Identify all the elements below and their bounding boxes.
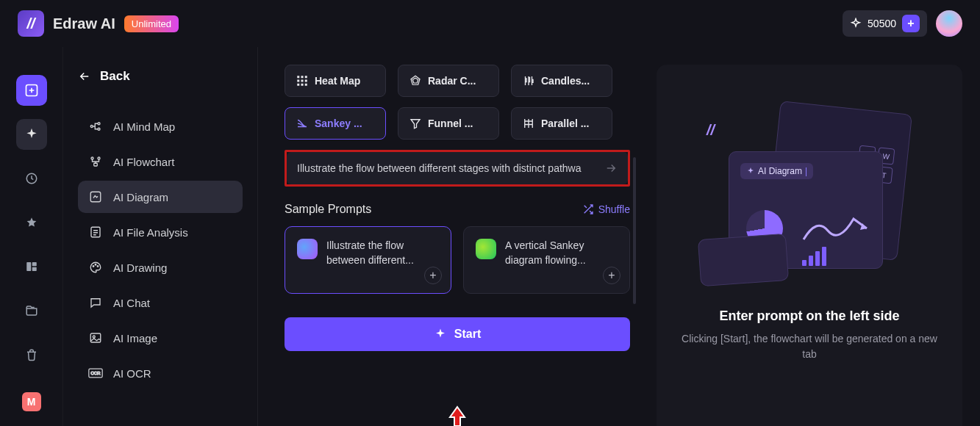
illustration: // SWOT AI Diagram| [699, 93, 920, 291]
chip-funnel[interactable]: Funnel ... [398, 107, 499, 140]
prompt-value: Illustrate the flow between different st… [297, 162, 582, 174]
right-panel: // SWOT AI Diagram| Enter prompt on the … [657, 47, 980, 426]
svg-point-13 [93, 266, 94, 267]
sidebar-item-image[interactable]: AI Image [78, 322, 243, 354]
icon-rail: M [0, 47, 63, 426]
svg-point-14 [95, 264, 96, 266]
rail-m-badge[interactable]: M [22, 392, 41, 411]
svg-rect-22 [305, 76, 307, 78]
rail-templates-button[interactable] [16, 251, 47, 282]
card-text: Illustrate the flow between different... [326, 239, 439, 267]
start-button[interactable]: Start [285, 317, 630, 351]
sample-card[interactable]: Illustrate the flow between different...… [285, 226, 451, 294]
sankey-icon [296, 117, 309, 130]
rail-trash-button[interactable] [16, 339, 47, 370]
sidebar-item-label: AI Drawing [113, 261, 167, 274]
chip-parallel[interactable]: Parallel ... [511, 107, 612, 140]
sidebar-item-diagram[interactable]: AI Diagram [78, 181, 243, 213]
chip-heatmap[interactable]: Heat Map [285, 65, 386, 97]
plus-square-icon [24, 83, 39, 98]
card-text: A vertical Sankey diagram flowing... [505, 239, 618, 267]
svg-rect-24 [301, 80, 304, 82]
chip-candlestick[interactable]: Candles... [511, 65, 612, 97]
chip-label: Heat Map [315, 75, 360, 87]
prompt-input[interactable]: Illustrate the flow between different st… [287, 152, 628, 184]
sidebar-item-fileanalysis[interactable]: AI File Analysis [78, 216, 243, 248]
sample-prompts-title: Sample Prompts [285, 203, 371, 216]
svg-rect-20 [297, 76, 299, 78]
start-label: Start [454, 328, 481, 341]
mindmap-icon [88, 119, 103, 134]
svg-rect-27 [301, 84, 304, 86]
shapes-icon [25, 260, 38, 273]
shuffle-icon [582, 203, 594, 215]
card-add-button[interactable]: + [424, 267, 442, 284]
card-icon [297, 239, 318, 259]
right-title: Enter prompt on the left side [719, 308, 899, 324]
svg-rect-23 [297, 80, 299, 82]
sidebar-item-label: AI Chat [113, 297, 150, 309]
sidebar-item-ocr[interactable]: OCR AI OCR [78, 357, 243, 389]
svg-rect-10 [94, 163, 98, 166]
clock-icon [25, 172, 38, 185]
svg-rect-25 [305, 80, 307, 82]
svg-rect-28 [305, 84, 307, 86]
svg-rect-21 [301, 76, 304, 78]
arrow-left-icon [78, 70, 91, 83]
sidebar-item-mindmap[interactable]: AI Mind Map [78, 110, 243, 142]
sample-card[interactable]: A vertical Sankey diagram flowing... + [463, 226, 630, 294]
sparkle-icon [850, 18, 862, 29]
candlestick-icon [522, 74, 535, 87]
svg-point-8 [91, 157, 93, 159]
sidebar-item-label: AI Diagram [113, 191, 168, 203]
avatar[interactable] [936, 10, 962, 37]
credits-value: 50500 [868, 18, 896, 29]
star-icon [25, 216, 38, 229]
svg-rect-16 [90, 333, 101, 342]
heatmap-icon [296, 74, 309, 87]
add-credits-button[interactable]: + [902, 15, 920, 32]
rail-favorites-button[interactable] [16, 207, 47, 238]
palette-icon [88, 260, 103, 275]
chip-label: Candles... [541, 75, 590, 87]
sidebar-panel: Back AI Mind Map AI Flowchart AI Diagram… [63, 47, 258, 426]
rail-new-button[interactable] [16, 75, 47, 106]
sparkle-icon [24, 127, 39, 142]
credits-pill[interactable]: 50500 + [843, 10, 927, 37]
svg-rect-12 [91, 227, 100, 237]
svg-rect-3 [32, 262, 36, 266]
scrollbar[interactable] [633, 157, 636, 304]
shuffle-button[interactable]: Shuffle [582, 203, 630, 215]
card-add-button[interactable]: + [603, 267, 620, 284]
rail-recent-button[interactable] [16, 163, 47, 194]
svg-point-17 [93, 336, 95, 338]
sidebar-item-label: AI OCR [113, 367, 151, 380]
flowchart-icon [88, 154, 103, 169]
radar-icon [409, 74, 422, 87]
diagram-icon [88, 189, 103, 204]
chip-label: Parallel ... [541, 118, 589, 129]
sidebar-item-drawing[interactable]: AI Drawing [78, 251, 243, 284]
svg-rect-2 [26, 262, 31, 271]
chip-label: Sankey ... [315, 118, 362, 129]
sidebar-item-label: AI Mind Map [113, 120, 175, 133]
logo-icon: // [18, 10, 44, 37]
parallel-icon [522, 117, 535, 130]
rail-folder-button[interactable] [16, 295, 47, 326]
sidebar-item-chat[interactable]: AI Chat [78, 286, 243, 319]
prompt-highlight-annotation: Illustrate the flow between different st… [285, 150, 630, 187]
rail-ai-button[interactable] [16, 119, 47, 150]
image-icon [88, 331, 103, 345]
chip-sankey[interactable]: Sankey ... [285, 107, 386, 140]
chip-label: Radar C... [428, 75, 476, 87]
chip-label: Funnel ... [428, 118, 473, 129]
sidebar-item-flowchart[interactable]: AI Flowchart [78, 145, 243, 178]
brand-name: Edraw AI [53, 15, 115, 32]
back-button[interactable]: Back [78, 69, 243, 84]
chip-radar[interactable]: Radar C... [398, 65, 499, 97]
svg-point-7 [98, 128, 100, 130]
top-header: // Edraw AI Unlimited 50500 + [0, 0, 980, 47]
trash-icon [25, 348, 38, 361]
unlimited-badge: Unlimited [124, 15, 179, 32]
submit-arrow-icon[interactable] [604, 162, 618, 175]
